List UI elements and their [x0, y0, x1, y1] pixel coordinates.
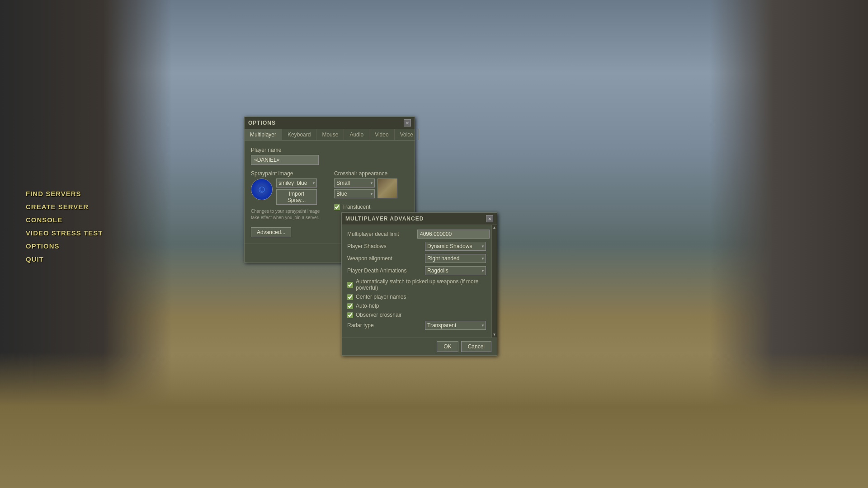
sidebar-item-options[interactable]: OPTIONS [26, 242, 103, 250]
options-tabs: Multiplayer Keyboard Mouse Audio Video V… [245, 129, 415, 141]
death-animations-select[interactable]: Ragdolls Classic None [425, 266, 486, 275]
decal-limit-label: Multiplayer decal limit [347, 231, 417, 237]
death-animations-row: Player Death Animations Ragdolls Classic… [347, 266, 486, 275]
auto-switch-row: Automatically switch to picked up weapon… [347, 278, 486, 291]
tab-keyboard[interactable]: Keyboard [282, 129, 316, 140]
tab-mouse[interactable]: Mouse [316, 129, 344, 140]
center-names-label: Center player names [356, 294, 406, 300]
spray-preview-row: ☺ smiley_blue skull peace star Import Sp… [251, 178, 325, 205]
crosshair-label: Crosshair appearance [334, 170, 408, 177]
advanced-button[interactable]: Advanced... [251, 227, 291, 237]
sidebar-item-console[interactable]: CONSOLE [26, 216, 103, 224]
tab-voice[interactable]: Voice [395, 129, 419, 140]
crosshair-image [378, 179, 397, 198]
player-shadows-row: Player Shadows Dynamic Shadows Simple Sh… [347, 242, 486, 251]
options-close-button[interactable]: ✕ [404, 119, 411, 127]
player-shadows-select[interactable]: Dynamic Shadows Simple Shadows No Shadow… [425, 242, 486, 251]
crosshair-color-select[interactable]: Blue Red Green Yellow White [334, 189, 375, 198]
spraypaint-section: Spraypaint image ☺ smiley_blue skull pea… [251, 170, 325, 221]
weapon-alignment-select-wrapper: Right handed Left handed [425, 254, 486, 263]
decal-limit-input[interactable] [417, 230, 490, 239]
spray-select[interactable]: smiley_blue skull peace star [276, 178, 317, 188]
sidebar-item-video-stress-test[interactable]: VIDEO STRESS TEST [26, 229, 103, 237]
ground [0, 352, 868, 488]
advanced-body: Multiplayer decal limit Player Shadows D… [342, 225, 491, 338]
advanced-title: MULTIPLAYER ADVANCED [345, 216, 424, 222]
tab-audio[interactable]: Audio [344, 129, 369, 140]
crosshair-controls: Small Medium Large Blue Red Green Yellow [334, 178, 375, 198]
crosshair-color-wrapper: Blue Red Green Yellow White [334, 189, 375, 198]
player-name-input[interactable] [251, 155, 319, 165]
advanced-titlebar: MULTIPLAYER ADVANCED ✕ [342, 213, 497, 225]
auto-help-label: Auto-help [356, 303, 379, 309]
spraypaint-label: Spraypaint image [251, 170, 325, 177]
radar-type-select[interactable]: Transparent Normal None [425, 321, 486, 330]
player-name-label: Player name [251, 147, 408, 153]
import-spray-button[interactable]: Import Spray... [276, 189, 317, 205]
options-titlebar: OPTIONS ✕ [245, 117, 415, 129]
weapon-alignment-select[interactable]: Right handed Left handed [425, 254, 486, 263]
radar-type-row: Radar type Transparent Normal None [347, 321, 486, 330]
player-shadows-select-wrapper: Dynamic Shadows Simple Shadows No Shadow… [425, 242, 486, 251]
scrollbar[interactable]: ▲ ▼ [491, 225, 497, 338]
auto-help-checkbox[interactable] [347, 303, 353, 309]
decal-limit-row: Multiplayer decal limit [347, 230, 486, 239]
sidebar-item-find-servers[interactable]: FIND SERVERS [26, 190, 103, 197]
observer-crosshair-label: Observer crosshair [356, 312, 401, 318]
advanced-bottom-bar: OK Cancel [342, 338, 497, 355]
advanced-cancel-button[interactable]: Cancel [461, 341, 491, 352]
radar-type-label: Radar type [347, 322, 417, 328]
tab-multiplayer[interactable]: Multiplayer [245, 129, 282, 140]
crosshair-row: Small Medium Large Blue Red Green Yellow [334, 178, 408, 201]
player-shadows-label: Player Shadows [347, 243, 417, 249]
spray-icon: ☺ [251, 178, 273, 200]
sidebar-item-quit[interactable]: QUIT [26, 255, 103, 263]
spray-controls: smiley_blue skull peace star Import Spra… [276, 178, 317, 205]
translucent-checkbox[interactable] [334, 204, 340, 210]
auto-help-row: Auto-help [347, 303, 486, 309]
advanced-body-with-scroll: Multiplayer decal limit Player Shadows D… [342, 225, 497, 338]
spray-select-wrapper: smiley_blue skull peace star [276, 178, 317, 188]
advanced-ok-button[interactable]: OK [437, 341, 458, 352]
translucent-row: Translucent [334, 204, 408, 210]
crosshair-preview [377, 178, 397, 198]
center-names-checkbox[interactable] [347, 294, 353, 300]
observer-crosshair-row: Observer crosshair [347, 312, 486, 318]
translucent-label: Translucent [342, 204, 370, 210]
death-animations-select-wrapper: Ragdolls Classic None [425, 266, 486, 275]
tab-video[interactable]: Video [369, 129, 394, 140]
crosshair-size-select[interactable]: Small Medium Large [334, 178, 375, 188]
spraypaint-note: Changes to your spraypaint image take ef… [251, 208, 325, 221]
scroll-up-arrow[interactable]: ▲ [493, 226, 496, 230]
advanced-close-button[interactable]: ✕ [486, 215, 493, 222]
options-title: OPTIONS [248, 120, 276, 126]
main-menu: FIND SERVERS CREATE SERVER CONSOLE VIDEO… [26, 190, 103, 263]
weapon-alignment-label: Weapon alignment [347, 255, 417, 262]
weapon-alignment-row: Weapon alignment Right handed Left hande… [347, 254, 486, 263]
sidebar-item-create-server[interactable]: CREATE SERVER [26, 203, 103, 211]
auto-switch-label: Automatically switch to picked up weapon… [356, 278, 486, 291]
observer-crosshair-checkbox[interactable] [347, 312, 353, 318]
player-name-section: Player name [251, 147, 408, 165]
crosshair-size-wrapper: Small Medium Large [334, 178, 375, 188]
advanced-modal: MULTIPLAYER ADVANCED ✕ Multiplayer decal… [341, 212, 497, 356]
auto-switch-checkbox[interactable] [347, 282, 353, 288]
radar-type-select-wrapper: Transparent Normal None [425, 321, 486, 330]
scroll-down-arrow[interactable]: ▼ [493, 333, 496, 337]
death-animations-label: Player Death Animations [347, 267, 417, 274]
center-names-row: Center player names [347, 294, 486, 300]
